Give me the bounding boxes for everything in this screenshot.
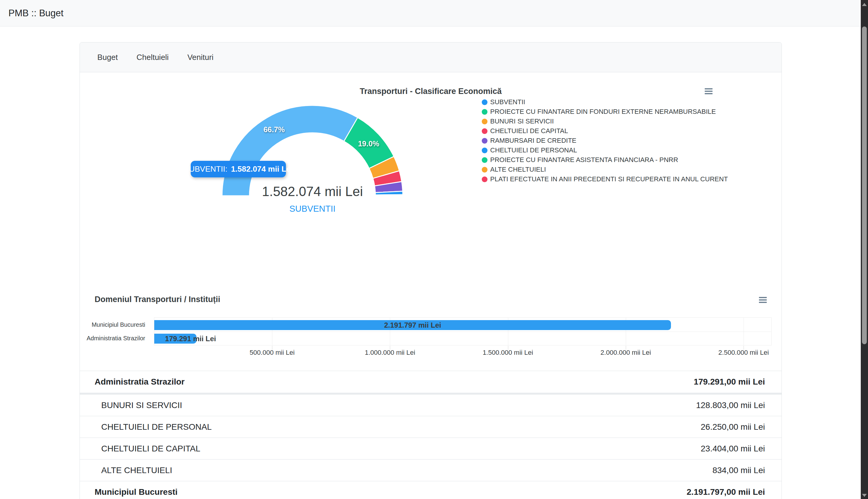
x-axis-label: 2.500.000 mii Lei [718, 349, 769, 356]
scrollbar[interactable] [861, 0, 868, 499]
main-card: Buget Cheltuieli Venituri Transporturi -… [80, 42, 782, 499]
donut-legend: SUBVENTIIPROIECTE CU FINANTARE DIN FONDU… [482, 97, 728, 184]
nav-tabs: Buget Cheltuieli Venituri [80, 42, 782, 72]
legend-label: ALTE CHELTUIELI [490, 166, 546, 173]
legend-label: BUNURI SI SERVICII [490, 118, 554, 125]
row-label: CHELTUIELI DE PERSONAL [101, 422, 212, 432]
scroll-up-icon[interactable] [862, 3, 867, 6]
bar-plot-area: 500.000 mii Lei1.000.000 mii Lei1.500.00… [154, 317, 772, 345]
row-label: Municipiul Bucuresti [95, 487, 178, 497]
legend-item[interactable]: PROIECTE CU FINANTARE DIN FONDURI EXTERN… [482, 107, 728, 117]
x-axis-label: 1.000.000 mii Lei [365, 349, 415, 356]
table-row[interactable]: CHELTUIELI DE CAPITAL23.404,00 mii Lei [80, 438, 782, 459]
x-axis-label: 2.000.000 mii Lei [601, 349, 651, 356]
table-row[interactable]: Administratia Strazilor179.291,00 mii Le… [80, 371, 782, 393]
row-value: 179.291,00 mii Lei [694, 377, 765, 387]
legend-label: CHELTUIELI DE PERSONAL [490, 146, 577, 154]
legend-item[interactable]: SUBVENTII [482, 97, 728, 107]
legend-color-dot-icon [482, 99, 487, 105]
bar-chart-title: Domeniul Transporturi / Instituții [95, 295, 220, 304]
hamburger-menu-icon[interactable] [759, 297, 767, 303]
legend-color-dot-icon [482, 128, 487, 134]
legend-color-dot-icon [482, 148, 487, 153]
table-row[interactable]: ALTE CHELTUIELI834,00 mii Lei [80, 459, 782, 481]
tab-buget[interactable]: Buget [93, 53, 123, 62]
donut-total-value: 1.582.074 mii Lei [222, 184, 403, 199]
legend-label: PROIECTE CU FINANTARE ASISTENTA FINANCIA… [490, 156, 678, 164]
x-axis-label: 500.000 mii Lei [250, 349, 295, 356]
bar-category-label: Municipiul Bucuresti [85, 321, 145, 328]
table-row[interactable]: Municipiul Bucuresti2.191.797,00 mii Lei [80, 481, 782, 499]
legend-color-dot-icon [482, 109, 487, 115]
row-value: 128.803,00 mii Lei [696, 401, 765, 410]
bar-category-label: Administratia Strazilor [85, 335, 145, 342]
scroll-down-icon[interactable] [862, 494, 867, 497]
row-value: 834,00 mii Lei [713, 465, 765, 475]
legend-label: SUBVENTII [490, 98, 525, 106]
row-value: 2.191.797,00 mii Lei [687, 487, 765, 497]
row-label: ALTE CHELTUIELI [101, 465, 172, 475]
legend-item[interactable]: ALTE CHELTUIELI [482, 165, 728, 174]
donut-chart-section: Transporturi - Clasificare Economică 66.… [80, 72, 782, 292]
legend-item[interactable]: PLATI EFECTUATE IN ANII PRECEDENTI SI RE… [482, 174, 728, 184]
legend-item[interactable]: CHELTUIELI DE PERSONAL [482, 145, 728, 155]
row-label: BUNURI SI SERVICII [101, 401, 182, 410]
bar-value-label: 179.291 mii Lei [165, 334, 216, 343]
row-label: CHELTUIELI DE CAPITAL [101, 444, 200, 453]
app-header: PMB :: Buget [0, 0, 868, 26]
bar-value-label: 2.191.797 mii Lei [384, 321, 441, 329]
donut-segment[interactable] [222, 106, 358, 196]
legend-item[interactable]: BUNURI SI SERVICII [482, 117, 728, 126]
row-value: 23.404,00 mii Lei [701, 444, 765, 453]
x-axis-label: 1.500.000 mii Lei [483, 349, 533, 356]
bar-chart-section: Domeniul Transporturi / Instituții 500.0… [80, 292, 782, 371]
table-row[interactable]: CHELTUIELI DE PERSONAL26.250,00 mii Lei [80, 416, 782, 438]
percent-label: 19.0% [358, 139, 379, 148]
tooltip-value: 1.582.074 mii Lei [231, 165, 293, 174]
legend-item[interactable]: PROIECTE CU FINANTARE ASISTENTA FINANCIA… [482, 155, 728, 165]
legend-label: CHELTUIELI DE CAPITAL [490, 127, 568, 135]
legend-item[interactable]: RAMBURSARI DE CREDITE [482, 136, 728, 145]
donut-selected-label: SUBVENTII [222, 204, 403, 214]
app-title: PMB :: Buget [9, 8, 63, 19]
row-label: Administratia Strazilor [95, 377, 185, 387]
tab-venituri[interactable]: Venituri [183, 53, 218, 62]
percent-label: 66.7% [263, 125, 285, 134]
row-value: 26.250,00 mii Lei [701, 422, 765, 432]
legend-color-dot-icon [482, 157, 487, 163]
legend-label: PLATI EFECTUATE IN ANII PRECEDENTI SI RE… [490, 175, 728, 183]
tooltip-label: SUBVENTII: [184, 165, 227, 174]
legend-item[interactable]: CHELTUIELI DE CAPITAL [482, 126, 728, 136]
table-row[interactable]: BUNURI SI SERVICII128.803,00 mii Lei [80, 394, 782, 416]
legend-color-dot-icon [482, 167, 487, 172]
scrollbar-thumb[interactable] [862, 26, 867, 344]
gridline [154, 331, 771, 332]
chart-tooltip: SUBVENTII: 1.582.074 mii Lei [191, 161, 286, 178]
legend-color-dot-icon [482, 138, 487, 144]
legend-color-dot-icon [482, 177, 487, 182]
legend-color-dot-icon [482, 119, 487, 124]
gridline [744, 318, 744, 345]
budget-table: Administratia Strazilor179.291,00 mii Le… [80, 371, 782, 499]
legend-label: PROIECTE CU FINANTARE DIN FONDURI EXTERN… [490, 108, 716, 115]
legend-label: RAMBURSARI DE CREDITE [490, 137, 576, 145]
tab-cheltuieli[interactable]: Cheltuieli [132, 53, 173, 62]
